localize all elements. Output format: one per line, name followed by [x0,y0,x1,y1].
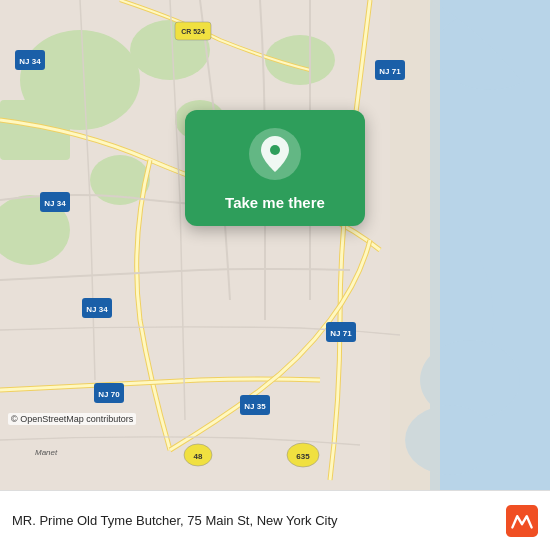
svg-text:NJ 71: NJ 71 [379,67,401,76]
svg-text:NJ 35: NJ 35 [244,402,266,411]
map-container: NJ 34 NJ 34 NJ 34 NJ 71 NJ 71 NJ 70 NJ 3… [0,0,550,490]
svg-text:Manet: Manet [35,448,58,457]
moovit-icon [506,505,538,537]
osm-attribution: © OpenStreetMap contributors [8,413,136,425]
address-text: MR. Prime Old Tyme Butcher, 75 Main St, … [12,513,506,528]
svg-text:48: 48 [194,452,203,461]
take-me-there-label: Take me there [225,194,325,212]
svg-text:NJ 34: NJ 34 [44,199,66,208]
svg-text:NJ 34: NJ 34 [86,305,108,314]
svg-text:NJ 71: NJ 71 [330,329,352,338]
svg-point-34 [270,145,280,155]
svg-text:NJ 70: NJ 70 [98,390,120,399]
popup-card[interactable]: Take me there [185,110,365,226]
svg-text:CR 524: CR 524 [181,28,205,35]
svg-text:635: 635 [296,452,310,461]
svg-rect-35 [506,505,538,537]
location-pin-icon [260,136,290,172]
popup-icon-circle [249,128,301,180]
svg-text:NJ 34: NJ 34 [19,57,41,66]
bottom-bar: MR. Prime Old Tyme Butcher, 75 Main St, … [0,490,550,550]
moovit-logo [506,505,538,537]
